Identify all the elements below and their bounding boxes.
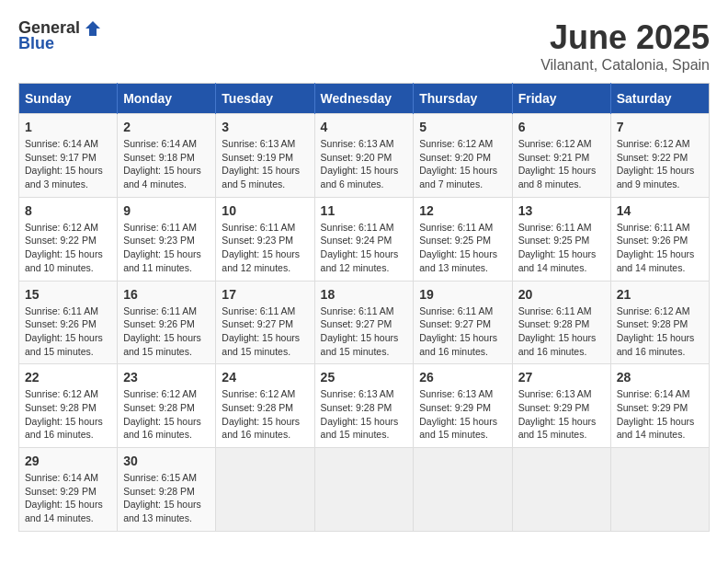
table-row: 22 Sunrise: 6:12 AM Sunset: 9:28 PM Dayl… bbox=[19, 364, 118, 448]
table-row: 4 Sunrise: 6:13 AM Sunset: 9:20 PM Dayli… bbox=[314, 114, 414, 198]
day-number: 12 bbox=[419, 203, 506, 218]
table-row: 26 Sunrise: 6:13 AM Sunset: 9:29 PM Dayl… bbox=[414, 364, 512, 448]
day-number: 13 bbox=[518, 203, 605, 218]
day-info: Sunrise: 6:11 AM Sunset: 9:26 PM Dayligh… bbox=[617, 221, 703, 275]
col-friday: Friday bbox=[512, 84, 610, 114]
day-number: 15 bbox=[25, 287, 111, 302]
table-row bbox=[216, 448, 314, 532]
day-info: Sunrise: 6:15 AM Sunset: 9:28 PM Dayligh… bbox=[123, 471, 210, 525]
day-info: Sunrise: 6:11 AM Sunset: 9:27 PM Dayligh… bbox=[419, 304, 506, 359]
day-info: Sunrise: 6:12 AM Sunset: 9:28 PM Dayligh… bbox=[617, 304, 703, 359]
day-number: 11 bbox=[321, 203, 408, 218]
day-info: Sunrise: 6:14 AM Sunset: 9:29 PM Dayligh… bbox=[617, 387, 703, 442]
day-info: Sunrise: 6:13 AM Sunset: 9:19 PM Dayligh… bbox=[222, 137, 308, 191]
day-info: Sunrise: 6:14 AM Sunset: 9:18 PM Dayligh… bbox=[123, 137, 210, 191]
day-number: 17 bbox=[222, 287, 308, 302]
col-tuesday: Tuesday bbox=[216, 84, 314, 114]
table-row: 16 Sunrise: 6:11 AM Sunset: 9:26 PM Dayl… bbox=[118, 281, 216, 364]
table-row: 13 Sunrise: 6:11 AM Sunset: 9:25 PM Dayl… bbox=[512, 197, 610, 281]
day-number: 29 bbox=[25, 454, 111, 468]
table-row: 29 Sunrise: 6:14 AM Sunset: 9:29 PM Dayl… bbox=[19, 448, 118, 532]
day-number: 27 bbox=[518, 370, 605, 385]
calendar-week-row: 22 Sunrise: 6:12 AM Sunset: 9:28 PM Dayl… bbox=[19, 364, 710, 448]
table-row: 25 Sunrise: 6:13 AM Sunset: 9:28 PM Dayl… bbox=[314, 364, 414, 448]
day-info: Sunrise: 6:12 AM Sunset: 9:22 PM Dayligh… bbox=[25, 221, 111, 275]
day-info: Sunrise: 6:11 AM Sunset: 9:25 PM Dayligh… bbox=[518, 221, 605, 275]
day-number: 10 bbox=[222, 203, 308, 218]
day-number: 1 bbox=[25, 120, 111, 134]
calendar-week-row: 8 Sunrise: 6:12 AM Sunset: 9:22 PM Dayli… bbox=[19, 197, 710, 281]
day-number: 24 bbox=[222, 370, 308, 385]
day-info: Sunrise: 6:11 AM Sunset: 9:24 PM Dayligh… bbox=[321, 221, 408, 275]
day-number: 8 bbox=[25, 203, 111, 218]
table-row: 23 Sunrise: 6:12 AM Sunset: 9:28 PM Dayl… bbox=[118, 364, 216, 448]
day-info: Sunrise: 6:11 AM Sunset: 9:25 PM Dayligh… bbox=[419, 221, 506, 275]
day-info: Sunrise: 6:12 AM Sunset: 9:20 PM Dayligh… bbox=[419, 137, 506, 191]
day-number: 22 bbox=[25, 370, 111, 385]
day-number: 5 bbox=[419, 120, 506, 134]
month-title: June 2025 bbox=[540, 18, 710, 57]
day-info: Sunrise: 6:12 AM Sunset: 9:22 PM Dayligh… bbox=[617, 137, 703, 191]
calendar-week-row: 1 Sunrise: 6:14 AM Sunset: 9:17 PM Dayli… bbox=[19, 114, 710, 198]
day-number: 28 bbox=[617, 370, 703, 385]
title-section: June 2025 Vilanant, Catalonia, Spain bbox=[540, 18, 710, 74]
day-number: 4 bbox=[321, 120, 408, 134]
day-info: Sunrise: 6:11 AM Sunset: 9:26 PM Dayligh… bbox=[25, 304, 111, 359]
calendar-header-row: Sunday Monday Tuesday Wednesday Thursday… bbox=[19, 84, 710, 114]
table-row bbox=[512, 448, 610, 532]
day-number: 20 bbox=[518, 287, 605, 302]
day-info: Sunrise: 6:13 AM Sunset: 9:28 PM Dayligh… bbox=[321, 387, 408, 442]
table-row: 3 Sunrise: 6:13 AM Sunset: 9:19 PM Dayli… bbox=[216, 114, 314, 198]
calendar-week-row: 15 Sunrise: 6:11 AM Sunset: 9:26 PM Dayl… bbox=[19, 281, 710, 364]
col-monday: Monday bbox=[118, 84, 216, 114]
table-row: 5 Sunrise: 6:12 AM Sunset: 9:20 PM Dayli… bbox=[414, 114, 512, 198]
table-row: 1 Sunrise: 6:14 AM Sunset: 9:17 PM Dayli… bbox=[19, 114, 118, 198]
table-row: 21 Sunrise: 6:12 AM Sunset: 9:28 PM Dayl… bbox=[610, 281, 709, 364]
col-wednesday: Wednesday bbox=[314, 84, 414, 114]
day-info: Sunrise: 6:12 AM Sunset: 9:28 PM Dayligh… bbox=[222, 387, 308, 442]
day-info: Sunrise: 6:12 AM Sunset: 9:21 PM Dayligh… bbox=[518, 137, 605, 191]
svg-marker-0 bbox=[85, 21, 100, 36]
day-info: Sunrise: 6:11 AM Sunset: 9:23 PM Dayligh… bbox=[222, 221, 308, 275]
day-info: Sunrise: 6:11 AM Sunset: 9:27 PM Dayligh… bbox=[222, 304, 308, 359]
table-row: 7 Sunrise: 6:12 AM Sunset: 9:22 PM Dayli… bbox=[610, 114, 709, 198]
day-number: 23 bbox=[123, 370, 210, 385]
table-row: 6 Sunrise: 6:12 AM Sunset: 9:21 PM Dayli… bbox=[512, 114, 610, 198]
col-sunday: Sunday bbox=[19, 84, 118, 114]
day-number: 14 bbox=[617, 203, 703, 218]
day-info: Sunrise: 6:14 AM Sunset: 9:17 PM Dayligh… bbox=[25, 137, 111, 191]
col-thursday: Thursday bbox=[414, 84, 512, 114]
day-info: Sunrise: 6:13 AM Sunset: 9:29 PM Dayligh… bbox=[518, 387, 605, 442]
calendar-table: Sunday Monday Tuesday Wednesday Thursday… bbox=[18, 83, 710, 532]
table-row: 19 Sunrise: 6:11 AM Sunset: 9:27 PM Dayl… bbox=[414, 281, 512, 364]
day-number: 25 bbox=[321, 370, 408, 385]
day-number: 16 bbox=[123, 287, 210, 302]
day-info: Sunrise: 6:13 AM Sunset: 9:29 PM Dayligh… bbox=[419, 387, 506, 442]
day-info: Sunrise: 6:11 AM Sunset: 9:28 PM Dayligh… bbox=[518, 304, 605, 359]
table-row: 2 Sunrise: 6:14 AM Sunset: 9:18 PM Dayli… bbox=[118, 114, 216, 198]
table-row: 30 Sunrise: 6:15 AM Sunset: 9:28 PM Dayl… bbox=[118, 448, 216, 532]
table-row: 11 Sunrise: 6:11 AM Sunset: 9:24 PM Dayl… bbox=[314, 197, 414, 281]
day-info: Sunrise: 6:12 AM Sunset: 9:28 PM Dayligh… bbox=[123, 387, 210, 442]
table-row: 20 Sunrise: 6:11 AM Sunset: 9:28 PM Dayl… bbox=[512, 281, 610, 364]
day-info: Sunrise: 6:13 AM Sunset: 9:20 PM Dayligh… bbox=[321, 137, 408, 191]
day-info: Sunrise: 6:14 AM Sunset: 9:29 PM Dayligh… bbox=[25, 471, 111, 525]
day-number: 7 bbox=[617, 120, 703, 134]
table-row: 27 Sunrise: 6:13 AM Sunset: 9:29 PM Dayl… bbox=[512, 364, 610, 448]
day-info: Sunrise: 6:12 AM Sunset: 9:28 PM Dayligh… bbox=[25, 387, 111, 442]
location-title: Vilanant, Catalonia, Spain bbox=[540, 57, 710, 74]
table-row bbox=[610, 448, 709, 532]
day-number: 2 bbox=[123, 120, 210, 134]
day-info: Sunrise: 6:11 AM Sunset: 9:26 PM Dayligh… bbox=[123, 304, 210, 359]
table-row: 18 Sunrise: 6:11 AM Sunset: 9:27 PM Dayl… bbox=[314, 281, 414, 364]
header: General Blue June 2025 Vilanant, Catalon… bbox=[18, 18, 710, 74]
day-number: 9 bbox=[123, 203, 210, 218]
table-row: 10 Sunrise: 6:11 AM Sunset: 9:23 PM Dayl… bbox=[216, 197, 314, 281]
table-row: 28 Sunrise: 6:14 AM Sunset: 9:29 PM Dayl… bbox=[610, 364, 709, 448]
day-number: 18 bbox=[321, 287, 408, 302]
day-number: 30 bbox=[123, 454, 210, 468]
table-row: 14 Sunrise: 6:11 AM Sunset: 9:26 PM Dayl… bbox=[610, 197, 709, 281]
day-number: 26 bbox=[419, 370, 506, 385]
table-row: 12 Sunrise: 6:11 AM Sunset: 9:25 PM Dayl… bbox=[414, 197, 512, 281]
table-row: 8 Sunrise: 6:12 AM Sunset: 9:22 PM Dayli… bbox=[19, 197, 118, 281]
